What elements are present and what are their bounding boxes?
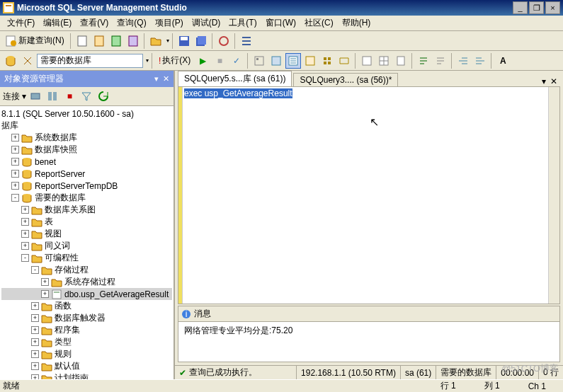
- plan-icon[interactable]: [251, 53, 267, 69]
- menu-view[interactable]: 查看(V): [76, 16, 113, 30]
- results-text-icon[interactable]: [359, 53, 375, 69]
- save-icon[interactable]: [176, 33, 192, 49]
- tree-node[interactable]: -需要的数据库: [1, 192, 172, 204]
- menu-help[interactable]: 帮助(H): [338, 16, 375, 30]
- oe-btn-1[interactable]: [28, 88, 43, 104]
- expander-icon[interactable]: +: [31, 350, 39, 358]
- expander-icon[interactable]: +: [21, 206, 29, 214]
- tree-node[interactable]: +表: [1, 216, 172, 228]
- indent-icon[interactable]: [455, 53, 471, 69]
- object-tree[interactable]: 8.1.1 (SQL Server 10.50.1600 - sa) 据库 +系…: [0, 106, 174, 379]
- open-dropdown[interactable]: ▾: [166, 38, 169, 44]
- expander-icon[interactable]: -: [31, 266, 39, 274]
- expander-icon[interactable]: +: [31, 338, 39, 346]
- tree-node[interactable]: +类型: [1, 336, 172, 348]
- tab-close-icon[interactable]: ✕: [549, 76, 559, 86]
- pin-icon[interactable]: ▾: [154, 74, 159, 83]
- tree-node[interactable]: +ReportServer: [1, 168, 172, 180]
- tree-node[interactable]: +计划指南: [1, 372, 172, 379]
- expander-icon[interactable]: +: [41, 290, 49, 298]
- expander-icon[interactable]: +: [21, 242, 29, 250]
- databases-node[interactable]: 据库: [1, 120, 172, 132]
- save-all-icon[interactable]: [193, 33, 209, 49]
- specify-values-icon[interactable]: A: [495, 53, 511, 69]
- change-conn-icon[interactable]: [20, 53, 35, 69]
- tree-node[interactable]: +默认值: [1, 360, 172, 372]
- sql-editor[interactable]: exec usp_GetAverageResult ↖: [178, 86, 560, 304]
- opts-icon-1[interactable]: [268, 53, 284, 69]
- opts-icon-5[interactable]: [336, 53, 352, 69]
- expander-icon[interactable]: +: [11, 146, 19, 154]
- menu-project[interactable]: 项目(P): [151, 16, 188, 30]
- oe-btn-refresh[interactable]: [96, 88, 111, 104]
- tab-query3[interactable]: SQLQuery3.... (sa (56))*: [293, 73, 398, 86]
- uncomment-icon[interactable]: [433, 53, 448, 69]
- server-node[interactable]: 8.1.1 (SQL Server 10.50.1600 - sa): [1, 108, 172, 120]
- object-explorer-close[interactable]: ✕: [163, 74, 169, 83]
- minimize-button[interactable]: _: [513, 1, 528, 14]
- comment-icon[interactable]: [416, 53, 431, 69]
- oe-btn-2[interactable]: [45, 88, 60, 104]
- db-icon[interactable]: [3, 53, 18, 69]
- expander-icon[interactable]: +: [31, 374, 39, 379]
- menu-edit[interactable]: 编辑(E): [39, 16, 76, 30]
- menu-debug[interactable]: 调试(D): [188, 16, 225, 30]
- expander-icon[interactable]: +: [21, 230, 29, 238]
- tree-node[interactable]: +程序集: [1, 324, 172, 336]
- tb-btn-3[interactable]: [108, 33, 124, 49]
- restore-button[interactable]: ❐: [529, 1, 544, 14]
- tree-node[interactable]: +ReportServerTempDB: [1, 180, 172, 192]
- editor-scrollbar[interactable]: [548, 87, 559, 304]
- results-grid-icon[interactable]: [376, 53, 392, 69]
- execute-button[interactable]: ! 执行(X): [156, 54, 193, 67]
- debug-icon[interactable]: ▶: [195, 53, 210, 69]
- expander-icon[interactable]: +: [31, 326, 39, 334]
- tree-node[interactable]: +数据库快照: [1, 144, 172, 156]
- tb-btn-2[interactable]: [91, 33, 107, 49]
- expander-icon[interactable]: -: [21, 254, 29, 262]
- stop-icon[interactable]: ■: [212, 53, 227, 69]
- messages-body[interactable]: 网络管理专业平均分是:75.20: [178, 322, 559, 362]
- activity-icon[interactable]: [216, 33, 232, 49]
- tree-node[interactable]: +数据库关系图: [1, 204, 172, 216]
- expander-icon[interactable]: +: [41, 278, 49, 286]
- expander-icon[interactable]: +: [31, 362, 39, 370]
- tree-node[interactable]: +视图: [1, 228, 172, 240]
- expander-icon[interactable]: +: [11, 182, 19, 190]
- tree-node[interactable]: -可编程性: [1, 252, 172, 264]
- messages-tab[interactable]: i 消息: [178, 306, 559, 322]
- tree-node[interactable]: +系统数据库: [1, 132, 172, 144]
- close-button[interactable]: ×: [545, 1, 560, 14]
- tree-node[interactable]: +dbo.usp_GetAverageResult: [1, 288, 172, 300]
- menu-community[interactable]: 社区(C): [300, 16, 338, 30]
- opts-icon-2[interactable]: [285, 53, 301, 69]
- tb-btn-4[interactable]: [125, 33, 141, 49]
- menu-query[interactable]: 查询(Q): [113, 16, 150, 30]
- expander-icon[interactable]: +: [11, 170, 19, 178]
- expander-icon[interactable]: +: [21, 218, 29, 226]
- oe-btn-3[interactable]: ■: [62, 88, 77, 104]
- open-icon[interactable]: [148, 33, 164, 49]
- menu-tools[interactable]: 工具(T): [224, 16, 261, 30]
- connect-dropdown[interactable]: 连接 ▾: [3, 91, 26, 103]
- database-dropdown[interactable]: 需要的数据库: [37, 54, 143, 68]
- expander-icon[interactable]: +: [11, 134, 19, 142]
- opts-icon-4[interactable]: [319, 53, 335, 69]
- tree-node[interactable]: -存储过程: [1, 264, 172, 276]
- tree-node[interactable]: +同义词: [1, 240, 172, 252]
- tab-query5[interactable]: SQLQuery5.s...库 (sa (61)): [178, 71, 292, 86]
- parse-icon[interactable]: ✓: [229, 53, 244, 69]
- tree-node[interactable]: +数据库触发器: [1, 312, 172, 324]
- tb-btn-1[interactable]: [74, 33, 90, 49]
- tree-node[interactable]: +函数: [1, 300, 172, 312]
- results-file-icon[interactable]: [393, 53, 409, 69]
- tree-node[interactable]: +系统存储过程: [1, 276, 172, 288]
- tree-node[interactable]: +规则: [1, 348, 172, 360]
- tree-node[interactable]: +benet: [1, 156, 172, 168]
- outdent-icon[interactable]: [472, 53, 488, 69]
- opts-icon-3[interactable]: [302, 53, 318, 69]
- expander-icon[interactable]: +: [31, 302, 39, 310]
- menu-file[interactable]: 文件(F): [3, 16, 39, 30]
- expander-icon[interactable]: +: [11, 158, 19, 166]
- expander-icon[interactable]: +: [31, 314, 39, 322]
